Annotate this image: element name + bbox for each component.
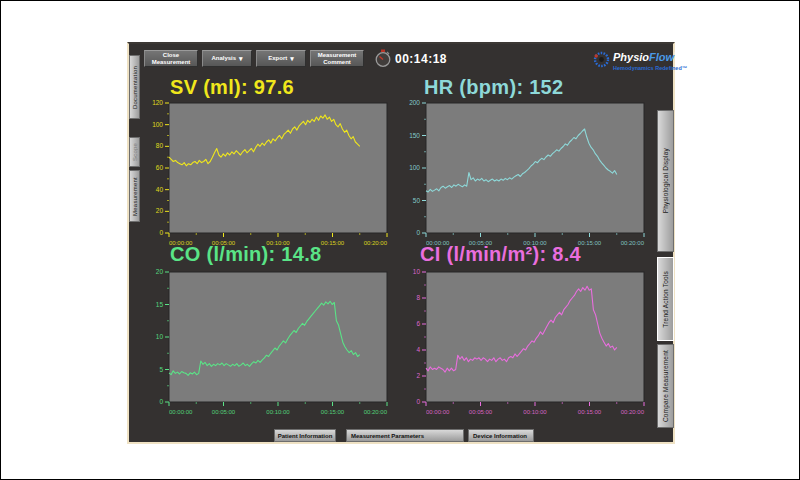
right-tab-compare-measurement[interactable]: Compare Measurement [657, 344, 674, 428]
svg-text:00:05:00: 00:05:00 [469, 409, 493, 415]
svg-text:2: 2 [416, 372, 420, 379]
svg-text:00:20:00: 00:20:00 [364, 409, 388, 415]
export-label: Export [268, 55, 287, 62]
sv-trend-plot: 02040608010012000:00:0000:05:0000:10:000… [138, 100, 394, 252]
co-trend-plot: 0510152000:00:0000:05:0000:10:0000:15:00… [138, 269, 394, 421]
svg-text:200: 200 [409, 100, 420, 106]
close-measurement-button[interactable]: Close Measurement [144, 50, 198, 67]
svg-text:20: 20 [156, 269, 164, 275]
bottom-tab-device-information[interactable]: Device Information [468, 429, 534, 442]
close-measurement-label: Close Measurement [145, 52, 197, 66]
hr-chart-title: HR (bpm): 152 [424, 76, 563, 99]
analysis-button[interactable]: Analysis ▾ [202, 50, 252, 67]
tab-label: Measurement [132, 177, 138, 216]
bottom-tab-patient-information[interactable]: Patient Information [274, 429, 336, 442]
hr-trend-plot: 05010015020000:00:0000:05:0000:10:0000:1… [395, 100, 651, 252]
dropdown-arrow-icon: ▾ [290, 56, 294, 62]
svg-text:0: 0 [416, 398, 420, 405]
svg-text:0: 0 [416, 229, 420, 236]
svg-text:4: 4 [416, 346, 420, 353]
svg-text:5: 5 [159, 366, 163, 373]
svg-text:00:10:00: 00:10:00 [523, 240, 547, 246]
svg-text:00:20:00: 00:20:00 [621, 240, 645, 246]
svg-text:100: 100 [152, 121, 163, 128]
svg-text:10: 10 [156, 333, 164, 340]
svg-text:00:15:00: 00:15:00 [578, 409, 602, 415]
svg-text:60: 60 [156, 164, 164, 171]
measurement-comment-label: Measurement Comment [311, 52, 363, 66]
svg-text:150: 150 [409, 132, 420, 139]
svg-text:0: 0 [159, 398, 163, 405]
brand-tagline: Hemodynamics Redefined™ [613, 65, 687, 71]
sv-chart-title: SV (ml): 97.6 [170, 76, 294, 99]
svg-text:80: 80 [156, 142, 164, 149]
brand-name: PhysioFlow® [613, 51, 679, 63]
ci-trend-plot: 024681000:00:0000:05:0000:10:0000:15:000… [395, 269, 651, 421]
svg-text:8: 8 [416, 294, 420, 301]
tab-label: Scope [132, 143, 138, 161]
tab-label: Measurement Parameters [351, 433, 424, 439]
export-button[interactable]: Export ▾ [256, 50, 306, 67]
svg-text:00:05:00: 00:05:00 [212, 409, 236, 415]
svg-text:00:00:00: 00:00:00 [169, 409, 193, 415]
svg-text:40: 40 [156, 186, 164, 193]
svg-text:00:00:00: 00:00:00 [169, 240, 193, 246]
physioflow-logo: PhysioFlow® Hemodynamics Redefined™ [591, 48, 681, 76]
analysis-label: Analysis [211, 55, 236, 62]
svg-text:50: 50 [413, 197, 421, 204]
tab-label: Physiological Display [662, 148, 669, 213]
physioflow-window: Close Measurement Analysis ▾ Export ▾ Me… [127, 42, 675, 444]
tab-label: Patient Information [278, 433, 333, 439]
tab-label: Documentation [132, 66, 138, 109]
svg-text:00:20:00: 00:20:00 [621, 409, 645, 415]
svg-text:20: 20 [156, 207, 164, 214]
svg-text:00:15:00: 00:15:00 [321, 409, 345, 415]
svg-text:100: 100 [409, 164, 420, 171]
screen: Close Measurement Analysis ▾ Export ▾ Me… [0, 0, 800, 480]
svg-text:00:05:00: 00:05:00 [469, 240, 493, 246]
right-tab-physiological-display[interactable]: Physiological Display [657, 110, 674, 252]
svg-text:6: 6 [416, 320, 420, 327]
svg-text:00:15:00: 00:15:00 [578, 240, 602, 246]
svg-text:00:20:00: 00:20:00 [364, 240, 388, 246]
dropdown-arrow-icon: ▾ [239, 56, 243, 62]
physioflow-logo-icon [593, 51, 610, 68]
tab-label: Compare Measurement [662, 350, 669, 422]
tab-label: Trend Action Tools [662, 271, 669, 328]
svg-text:00:00:00: 00:00:00 [426, 409, 450, 415]
right-tab-trend-action-tools[interactable]: Trend Action Tools [657, 257, 674, 341]
svg-text:00:10:00: 00:10:00 [266, 240, 290, 246]
svg-text:10: 10 [413, 269, 421, 275]
svg-text:00:10:00: 00:10:00 [523, 409, 547, 415]
measurement-comment-button[interactable]: Measurement Comment [310, 50, 364, 67]
svg-text:15: 15 [156, 301, 164, 308]
tab-label: Device Information [473, 433, 527, 439]
svg-text:00:05:00: 00:05:00 [212, 240, 236, 246]
stopwatch-icon [374, 49, 392, 68]
svg-text:00:15:00: 00:15:00 [321, 240, 345, 246]
bottom-tab-measurement-parameters[interactable]: Measurement Parameters [346, 429, 464, 442]
svg-text:00:00:00: 00:00:00 [426, 240, 450, 246]
svg-text:00:10:00: 00:10:00 [266, 409, 290, 415]
svg-text:120: 120 [152, 100, 163, 106]
measurement-timer: 00:14:18 [395, 52, 447, 66]
svg-text:0: 0 [159, 229, 163, 236]
